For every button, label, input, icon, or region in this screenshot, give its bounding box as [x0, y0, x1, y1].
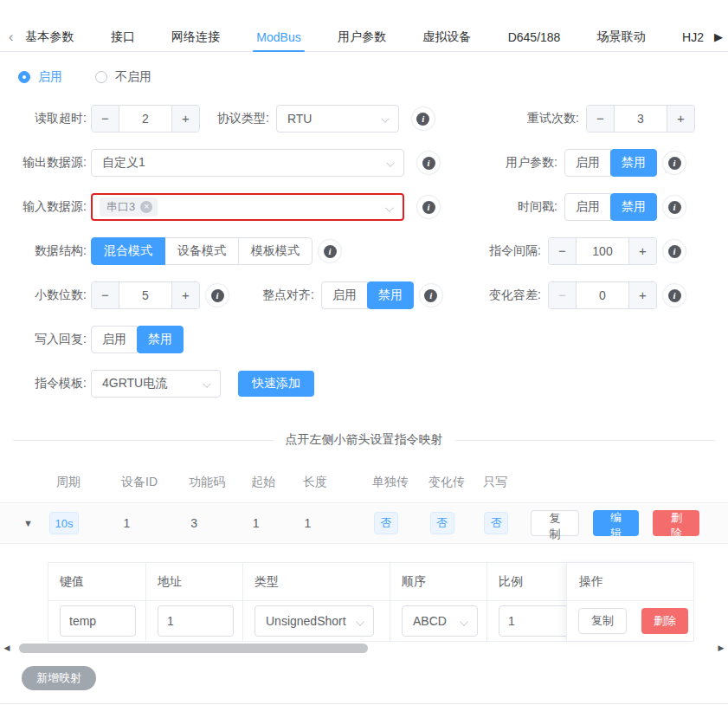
read-timeout-input[interactable] — [119, 106, 171, 132]
timestamp-label: 时间戳: — [518, 199, 557, 215]
single-send-badge[interactable]: 否 — [374, 512, 398, 534]
cmd-template-select[interactable]: 4GRTU电流 — [91, 370, 221, 398]
scrollbar-thumb[interactable] — [19, 644, 368, 653]
tab-list: 基本参数 接口 网络连接 ModBus 用户参数 虚拟设备 D645/188 场… — [13, 23, 714, 51]
plus-button[interactable]: + — [171, 282, 199, 308]
tab-virtual-device[interactable]: 虚拟设备 — [422, 23, 471, 51]
enable-button[interactable]: 启用 — [564, 149, 611, 177]
scrollbar-track[interactable] — [11, 643, 717, 653]
chevron-down-icon — [356, 618, 364, 626]
plus-button[interactable]: + — [628, 282, 656, 308]
plus-button[interactable]: + — [667, 106, 694, 132]
hour-align-toggle: 启用 禁用 — [321, 281, 414, 309]
info-icon[interactable]: i — [205, 283, 229, 307]
key-input[interactable] — [60, 605, 136, 637]
header-order: 顺序 — [390, 563, 487, 601]
output-source-select[interactable]: 自定义1 — [91, 149, 404, 177]
input-source-select[interactable]: 串口3 × — [91, 193, 404, 221]
mode-mixed-button[interactable]: 混合模式 — [91, 237, 165, 265]
disable-button[interactable]: 禁用 — [137, 326, 184, 353]
tag-close-icon[interactable]: × — [140, 201, 152, 213]
chevron-down-icon — [385, 204, 394, 212]
tab-hj2[interactable]: HJ2 — [682, 23, 704, 51]
tab-basic-params[interactable]: 基本参数 — [25, 23, 74, 51]
tab-d645-188[interactable]: D645/188 — [508, 23, 561, 51]
expand-arrow-icon[interactable]: ▼ — [0, 518, 56, 528]
detail-ops-column: 操作 复制 删除 — [566, 563, 693, 641]
radio-enable[interactable]: 启用 — [18, 69, 62, 85]
retry-count-input[interactable] — [615, 106, 667, 132]
chevron-down-icon — [203, 379, 211, 388]
change-tolerance-label: 变化容差: — [489, 288, 541, 303]
minus-button[interactable]: − — [92, 106, 119, 132]
info-icon[interactable]: i — [662, 283, 686, 307]
disable-button[interactable]: 禁用 — [610, 149, 657, 177]
cell-length: 1 — [302, 516, 371, 530]
scroll-left-icon[interactable]: ◀ — [3, 644, 11, 652]
delete-button[interactable]: 删除 — [641, 608, 688, 634]
tab-scene-link[interactable]: 场景联动 — [597, 23, 646, 51]
order-select[interactable]: ABCD — [402, 605, 478, 637]
edit-button[interactable]: 编辑 — [593, 510, 640, 536]
minus-button[interactable]: − — [549, 282, 577, 308]
cell-device-id: 1 — [121, 516, 189, 530]
tab-user-params[interactable]: 用户参数 — [338, 23, 386, 51]
mode-device-button[interactable]: 设备模式 — [164, 237, 239, 265]
mapping-table-header: 周期 设备ID 功能码 起始 长度 单独传 变化传 只写 — [0, 474, 728, 491]
disable-button[interactable]: 禁用 — [610, 193, 657, 221]
copy-button[interactable]: 复制 — [578, 608, 627, 634]
info-icon[interactable]: i — [662, 151, 686, 175]
tab-network[interactable]: 网络连接 — [171, 23, 220, 51]
minus-button[interactable]: − — [587, 106, 615, 132]
disable-button[interactable]: 禁用 — [367, 281, 414, 309]
info-icon[interactable]: i — [416, 195, 441, 219]
scroll-right-icon[interactable]: ▶ — [717, 644, 725, 652]
cmd-interval-input[interactable] — [577, 238, 628, 264]
period-badge: 10s — [49, 512, 79, 534]
type-select[interactable]: UnsignedShort — [254, 605, 374, 637]
change-send-badge[interactable]: 否 — [430, 512, 454, 534]
minus-button[interactable]: − — [92, 282, 119, 308]
quick-add-button[interactable]: 快速添加 — [238, 371, 314, 397]
divider-line — [455, 440, 716, 441]
copy-button[interactable]: 复制 — [531, 510, 579, 536]
header-key: 键值 — [48, 563, 146, 601]
info-icon[interactable]: i — [411, 107, 435, 131]
radio-enable-label: 启用 — [38, 69, 62, 85]
ratio-input[interactable] — [499, 605, 575, 637]
horizontal-scrollbar: ◀ ▶ — [0, 642, 728, 654]
info-icon[interactable]: i — [419, 283, 443, 307]
plus-button[interactable]: + — [171, 106, 199, 132]
tabs-next-icon[interactable]: ▶ — [714, 30, 723, 43]
minus-button[interactable]: − — [549, 238, 577, 264]
input-source-tag: 串口3 × — [100, 197, 158, 217]
enable-button[interactable]: 启用 — [321, 281, 368, 309]
tab-interface[interactable]: 接口 — [111, 23, 135, 51]
form-row: 读取超时: − + 协议类型: RTU i 重试次数: − + — [0, 105, 728, 133]
write-only-badge[interactable]: 否 — [484, 512, 508, 534]
output-source-value: 自定义1 — [102, 155, 145, 171]
header-start: 起始 — [251, 475, 303, 490]
enable-button[interactable]: 启用 — [564, 193, 611, 221]
protocol-type-select[interactable]: RTU — [276, 105, 399, 133]
decimal-places-input[interactable] — [119, 282, 171, 308]
tag-label: 串口3 — [106, 199, 135, 215]
mode-template-button[interactable]: 模板模式 — [238, 237, 312, 265]
address-input[interactable] — [158, 605, 234, 637]
info-icon[interactable]: i — [416, 151, 441, 175]
info-icon[interactable]: i — [318, 239, 342, 263]
add-mapping-button[interactable]: 新增映射 — [22, 666, 96, 690]
info-icon[interactable]: i — [662, 239, 686, 263]
radio-dot-icon — [18, 71, 30, 83]
header-length: 长度 — [303, 475, 372, 490]
enable-button[interactable]: 启用 — [91, 326, 138, 353]
tab-modbus[interactable]: ModBus — [256, 23, 300, 51]
info-icon[interactable]: i — [662, 195, 686, 219]
change-tolerance-input[interactable] — [577, 282, 628, 308]
header-type: 类型 — [243, 563, 390, 601]
plus-button[interactable]: + — [628, 238, 656, 264]
radio-not-enable[interactable]: 不启用 — [95, 69, 151, 85]
cmd-interval-stepper: − + — [548, 237, 657, 265]
delete-button[interactable]: 删除 — [653, 510, 699, 536]
chevron-down-icon — [386, 158, 395, 167]
